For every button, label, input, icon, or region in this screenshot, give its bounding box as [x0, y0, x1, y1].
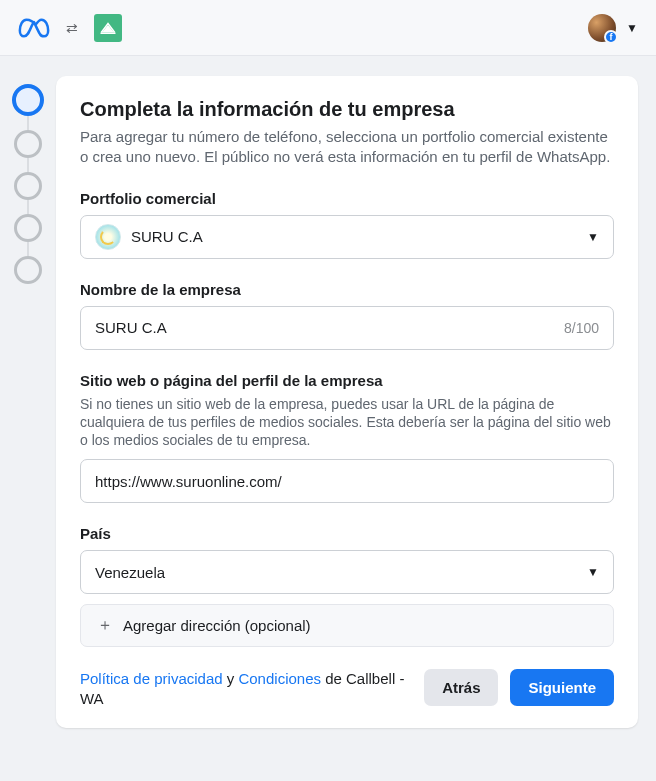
step-connector — [27, 116, 29, 130]
swap-icon[interactable]: ⇄ — [62, 16, 82, 40]
website-label: Sitio web o página del perfil de la empr… — [80, 372, 614, 389]
header-left-group: ⇄ — [18, 14, 122, 42]
country-select[interactable]: Venezuela ▼ — [80, 550, 614, 594]
portfolio-label: Portfolio comercial — [80, 190, 614, 207]
back-button[interactable]: Atrás — [424, 669, 498, 706]
app-header: ⇄ f ▼ — [0, 0, 656, 56]
meta-logo-icon — [18, 18, 50, 38]
terms-link[interactable]: Condiciones — [238, 670, 321, 687]
portfolio-select[interactable]: SURU C.A ▼ — [80, 215, 614, 259]
website-help-text: Si no tienes un sitio web de la empresa,… — [80, 395, 614, 450]
account-menu[interactable]: f — [588, 14, 616, 42]
legal-text: Política de privacidad y Condiciones de … — [80, 669, 412, 710]
step-connector — [27, 200, 29, 214]
step-3 — [14, 172, 42, 200]
progress-stepper — [8, 76, 48, 728]
country-label: País — [80, 525, 614, 542]
step-2 — [14, 130, 42, 158]
step-1 — [12, 84, 44, 116]
facebook-badge-icon: f — [604, 30, 618, 44]
page-subtitle: Para agregar tu número de teléfono, sele… — [80, 127, 614, 168]
legal-and: y — [223, 670, 239, 687]
step-connector — [27, 158, 29, 172]
chevron-down-icon: ▼ — [587, 230, 599, 244]
header-right-group: f ▼ — [588, 14, 638, 42]
website-field[interactable] — [80, 459, 614, 503]
step-5 — [14, 256, 42, 284]
plus-icon: ＋ — [97, 615, 113, 636]
app-badge-icon[interactable] — [94, 14, 122, 42]
step-4 — [14, 214, 42, 242]
add-address-label: Agregar dirección (opcional) — [123, 617, 311, 634]
chevron-down-icon: ▼ — [587, 565, 599, 579]
portfolio-logo-icon — [95, 224, 121, 250]
portfolio-selected-value: SURU C.A — [131, 228, 203, 245]
add-address-button[interactable]: ＋ Agregar dirección (opcional) — [80, 604, 614, 647]
company-name-input[interactable] — [95, 319, 556, 336]
privacy-policy-link[interactable]: Política de privacidad — [80, 670, 223, 687]
company-name-label: Nombre de la empresa — [80, 281, 614, 298]
card-footer: Política de privacidad y Condiciones de … — [80, 669, 614, 710]
next-button[interactable]: Siguiente — [510, 669, 614, 706]
svg-rect-0 — [101, 32, 116, 34]
website-input[interactable] — [95, 473, 599, 490]
company-name-field[interactable]: 8/100 — [80, 306, 614, 350]
company-name-counter: 8/100 — [564, 320, 599, 336]
country-selected-value: Venezuela — [95, 564, 165, 581]
chevron-down-icon[interactable]: ▼ — [626, 21, 638, 35]
business-info-card: Completa la información de tu empresa Pa… — [56, 76, 638, 728]
step-connector — [27, 242, 29, 256]
page-title: Completa la información de tu empresa — [80, 98, 614, 121]
